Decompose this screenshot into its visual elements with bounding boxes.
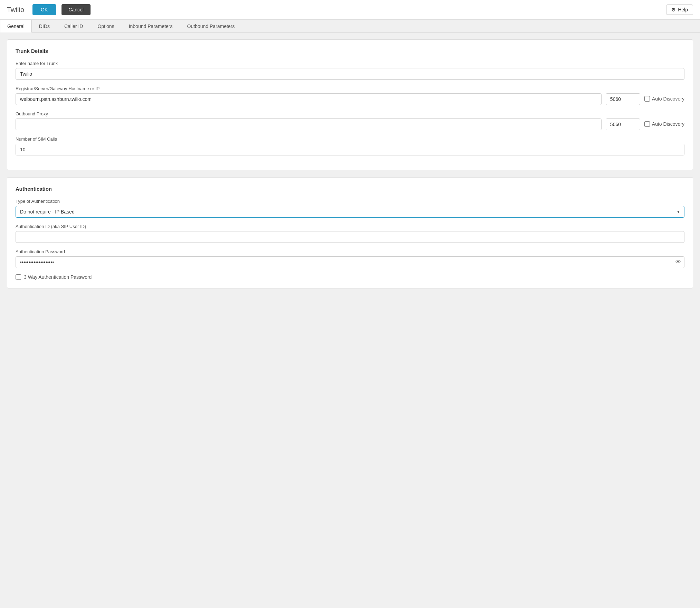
registrar-auto-discovery-wrapper: Auto Discovery: [644, 93, 684, 102]
trunk-name-input[interactable]: [16, 68, 684, 80]
cancel-button[interactable]: Cancel: [62, 4, 91, 15]
outbound-auto-discovery-wrapper: Auto Discovery: [644, 118, 684, 127]
tab-caller-id[interactable]: Caller ID: [57, 20, 90, 32]
auth-password-input[interactable]: [16, 256, 684, 268]
registrar-auto-discovery-label[interactable]: Auto Discovery: [652, 96, 684, 102]
authentication-title: Authentication: [16, 186, 684, 192]
three-way-auth-row: 3 Way Authentication Password: [16, 274, 684, 280]
tab-inbound-parameters[interactable]: Inbound Parameters: [122, 20, 180, 32]
tab-outbound-parameters[interactable]: Outbound Parameters: [180, 20, 242, 32]
registrar-auto-discovery-checkbox[interactable]: [644, 96, 650, 102]
registrar-group: Registrar/Server/Gateway Hostname or IP …: [16, 86, 684, 105]
sim-calls-label: Number of SIM Calls: [16, 136, 684, 142]
outbound-auto-discovery-label[interactable]: Auto Discovery: [652, 121, 684, 127]
trunk-details-title: Trunk Details: [16, 48, 684, 54]
help-icon: ⚙: [671, 7, 676, 12]
auth-id-label: Authentication ID (aka SIP User ID): [16, 224, 684, 229]
registrar-label: Registrar/Server/Gateway Hostname or IP: [16, 86, 684, 91]
sim-calls-group: Number of SIM Calls: [16, 136, 684, 155]
three-way-auth-label[interactable]: 3 Way Authentication Password: [24, 274, 92, 280]
outbound-proxy-input[interactable]: [16, 118, 602, 130]
tab-bar: General DIDs Caller ID Options Inbound P…: [0, 20, 700, 32]
trunk-details-card: Trunk Details Enter name for Trunk Regis…: [7, 39, 693, 170]
ok-button[interactable]: OK: [32, 4, 56, 15]
outbound-proxy-group: Outbound Proxy Auto Discovery: [16, 111, 684, 130]
tab-options[interactable]: Options: [90, 20, 121, 32]
auth-type-select[interactable]: Do not require - IP Based Username/Passw…: [16, 206, 684, 218]
auth-type-label: Type of Authentication: [16, 199, 684, 204]
auth-id-input[interactable]: [16, 231, 684, 243]
registrar-input[interactable]: [16, 93, 602, 105]
outbound-proxy-label: Outbound Proxy: [16, 111, 684, 116]
tab-general[interactable]: General: [0, 20, 32, 32]
auth-type-select-wrapper: Do not require - IP Based Username/Passw…: [16, 206, 684, 218]
registrar-row: Auto Discovery: [16, 93, 684, 105]
eye-icon: 👁: [675, 259, 681, 265]
help-label: Help: [678, 7, 688, 12]
help-button[interactable]: ⚙ Help: [666, 4, 693, 15]
outbound-proxy-port-input[interactable]: [606, 118, 640, 130]
auth-password-wrapper: 👁: [16, 256, 684, 268]
content-area: Trunk Details Enter name for Trunk Regis…: [0, 32, 700, 302]
auth-id-group: Authentication ID (aka SIP User ID): [16, 224, 684, 243]
app-header: Twilio OK Cancel ⚙ Help: [0, 0, 700, 20]
auth-type-group: Type of Authentication Do not require - …: [16, 199, 684, 218]
auth-password-label: Authentication Password: [16, 249, 684, 254]
trunk-name-label: Enter name for Trunk: [16, 61, 684, 66]
outbound-auto-discovery-checkbox[interactable]: [644, 121, 650, 127]
auth-password-group: Authentication Password 👁: [16, 249, 684, 268]
registrar-port-input[interactable]: [606, 93, 640, 105]
three-way-auth-checkbox[interactable]: [16, 274, 21, 280]
trunk-name-group: Enter name for Trunk: [16, 61, 684, 80]
app-title: Twilio: [7, 6, 24, 14]
outbound-proxy-row: Auto Discovery: [16, 118, 684, 130]
show-password-button[interactable]: 👁: [675, 259, 681, 265]
sim-calls-input[interactable]: [16, 144, 684, 155]
tab-dids[interactable]: DIDs: [32, 20, 57, 32]
authentication-card: Authentication Type of Authentication Do…: [7, 177, 693, 288]
